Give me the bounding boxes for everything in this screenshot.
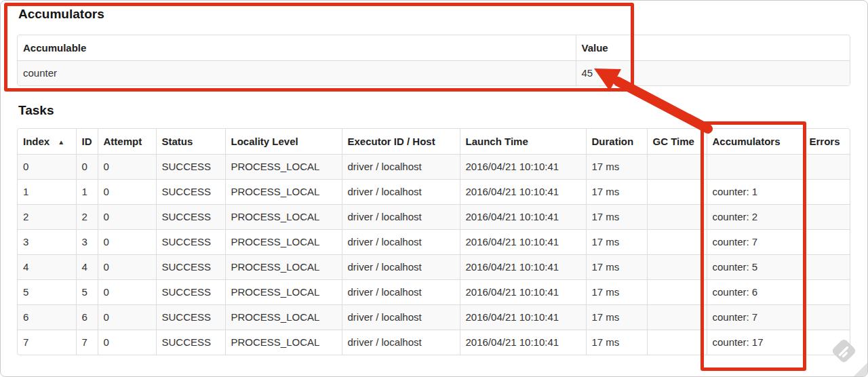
errors-cell xyxy=(804,204,850,229)
duration-cell: 17 ms xyxy=(586,229,647,254)
attempt-cell: 0 xyxy=(98,154,156,179)
executor-cell: driver / localhost xyxy=(342,330,460,355)
duration-cell: 17 ms xyxy=(586,154,647,179)
executor-cell: driver / localhost xyxy=(342,279,460,304)
id-cell: 7 xyxy=(76,330,98,355)
duration-cell: 17 ms xyxy=(586,304,647,330)
status-cell: SUCCESS xyxy=(156,254,225,279)
index-header-label: Index xyxy=(23,136,50,147)
index-column-header[interactable]: Index▲ xyxy=(18,129,76,154)
gc-time-column-header[interactable]: GC Time xyxy=(647,129,707,154)
executor-cell: driver / localhost xyxy=(342,179,460,204)
errors-cell xyxy=(804,229,850,254)
gc-time-cell xyxy=(647,204,707,229)
executor-cell: driver / localhost xyxy=(342,204,460,229)
index-cell: 6 xyxy=(18,304,76,330)
status-cell: SUCCESS xyxy=(156,154,225,179)
index-cell: 3 xyxy=(18,229,76,254)
id-column-header[interactable]: ID xyxy=(76,129,98,154)
attempt-column-header[interactable]: Attempt xyxy=(98,129,156,154)
index-cell: 4 xyxy=(18,254,76,279)
tasks-heading: Tasks xyxy=(18,103,54,118)
attempt-cell: 0 xyxy=(98,279,156,304)
executor-cell: driver / localhost xyxy=(342,254,460,279)
attempt-cell: 0 xyxy=(98,330,156,355)
attempt-cell: 0 xyxy=(98,304,156,330)
launch-time-cell: 2016/04/21 10:10:41 xyxy=(460,279,586,304)
launch-time-cell: 2016/04/21 10:10:41 xyxy=(460,330,586,355)
launch-time-cell: 2016/04/21 10:10:41 xyxy=(460,254,586,279)
errors-cell xyxy=(804,304,850,330)
gc-time-cell xyxy=(647,179,707,204)
index-cell: 0 xyxy=(18,154,76,179)
spark-ui-page: Accumulators Accumulable Value counter 4… xyxy=(0,0,868,377)
corner-artifact xyxy=(852,361,868,377)
id-cell: 5 xyxy=(76,279,98,304)
locality-level-column-header[interactable]: Locality Level xyxy=(225,129,342,154)
attempt-cell: 0 xyxy=(98,254,156,279)
gc-time-cell xyxy=(647,229,707,254)
id-cell: 3 xyxy=(76,229,98,254)
locality-cell: PROCESS_LOCAL xyxy=(225,279,342,304)
status-column-header[interactable]: Status xyxy=(156,129,225,154)
locality-cell: PROCESS_LOCAL xyxy=(225,229,342,254)
locality-cell: PROCESS_LOCAL xyxy=(225,330,342,355)
launch-time-cell: 2016/04/21 10:10:41 xyxy=(460,229,586,254)
launch-time-cell: 2016/04/21 10:10:41 xyxy=(460,154,586,179)
errors-cell xyxy=(804,330,850,355)
executor-cell: driver / localhost xyxy=(342,304,460,330)
gc-time-cell xyxy=(647,279,707,304)
duration-cell: 17 ms xyxy=(586,254,647,279)
id-cell: 1 xyxy=(76,179,98,204)
status-cell: SUCCESS xyxy=(156,279,225,304)
errors-column-header[interactable]: Errors xyxy=(804,129,850,154)
annotation-box-accumulators-column xyxy=(701,121,806,371)
launch-time-cell: 2016/04/21 10:10:41 xyxy=(460,304,586,330)
status-cell: SUCCESS xyxy=(156,204,225,229)
id-cell: 0 xyxy=(76,154,98,179)
executor-cell: driver / localhost xyxy=(342,154,460,179)
id-cell: 6 xyxy=(76,304,98,330)
errors-cell xyxy=(804,154,850,179)
locality-cell: PROCESS_LOCAL xyxy=(225,304,342,330)
index-cell: 5 xyxy=(18,279,76,304)
id-cell: 2 xyxy=(76,204,98,229)
launch-time-cell: 2016/04/21 10:10:41 xyxy=(460,179,586,204)
gc-time-cell xyxy=(647,254,707,279)
gc-time-cell xyxy=(647,330,707,355)
errors-cell xyxy=(804,254,850,279)
sort-ascending-icon: ▲ xyxy=(58,138,64,146)
annotation-box-accumulators-section xyxy=(4,3,634,92)
gc-time-cell xyxy=(647,154,707,179)
errors-cell xyxy=(804,179,850,204)
status-cell: SUCCESS xyxy=(156,330,225,355)
attempt-cell: 0 xyxy=(98,229,156,254)
locality-cell: PROCESS_LOCAL xyxy=(225,204,342,229)
duration-cell: 17 ms xyxy=(586,330,647,355)
launch-time-column-header[interactable]: Launch Time xyxy=(460,129,586,154)
duration-column-header[interactable]: Duration xyxy=(586,129,647,154)
duration-cell: 17 ms xyxy=(586,204,647,229)
status-cell: SUCCESS xyxy=(156,179,225,204)
attempt-cell: 0 xyxy=(98,179,156,204)
id-cell: 4 xyxy=(76,254,98,279)
locality-cell: PROCESS_LOCAL xyxy=(225,254,342,279)
status-cell: SUCCESS xyxy=(156,304,225,330)
locality-cell: PROCESS_LOCAL xyxy=(225,179,342,204)
index-cell: 1 xyxy=(18,179,76,204)
executor-id-host-column-header[interactable]: Executor ID / Host xyxy=(342,129,460,154)
errors-cell xyxy=(804,279,850,304)
locality-cell: PROCESS_LOCAL xyxy=(225,154,342,179)
index-cell: 7 xyxy=(18,330,76,355)
index-cell: 2 xyxy=(18,204,76,229)
duration-cell: 17 ms xyxy=(586,279,647,304)
executor-cell: driver / localhost xyxy=(342,229,460,254)
launch-time-cell: 2016/04/21 10:10:41 xyxy=(460,204,586,229)
duration-cell: 17 ms xyxy=(586,179,647,204)
status-cell: SUCCESS xyxy=(156,229,225,254)
gc-time-cell xyxy=(647,304,707,330)
attempt-cell: 0 xyxy=(98,204,156,229)
